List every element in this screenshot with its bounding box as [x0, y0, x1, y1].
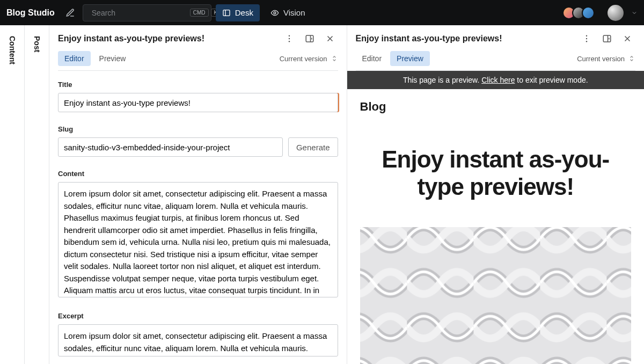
title-input[interactable] [58, 93, 338, 112]
svg-point-3 [288, 35, 289, 37]
split-icon [602, 34, 612, 43]
content-textarea[interactable] [58, 182, 338, 297]
title-label: Title [58, 81, 338, 89]
pane-title: Enjoy instant as-you-type previews! [356, 34, 575, 43]
split-pane-button[interactable] [302, 31, 318, 47]
split-icon [305, 34, 314, 43]
close-icon [623, 34, 632, 43]
preview-content: Blog Enjoy instant as-you-type previews! [347, 89, 645, 364]
chevron-sort-icon [331, 55, 338, 62]
more-menu-button[interactable] [579, 31, 595, 47]
generate-slug-button[interactable]: Generate [288, 137, 338, 157]
panel-icon [222, 9, 231, 17]
nav-desk[interactable]: Desk [216, 4, 260, 21]
search-box[interactable]: CMDK [83, 4, 211, 21]
top-bar: Blog Studio CMDK Desk Vision [0, 0, 644, 25]
nav-vision[interactable]: Vision [264, 4, 312, 21]
tab-editor[interactable]: Editor [58, 51, 91, 66]
chevron-sort-icon [628, 55, 635, 62]
preview-pane: Enjoy instant as-you-type previews! Edit… [347, 25, 645, 364]
svg-point-7 [586, 35, 587, 37]
side-tab-post[interactable]: Post [25, 25, 49, 364]
preview-mode-banner: This page is a preview. Click here to ex… [347, 71, 645, 89]
side-tab-content[interactable]: Content [0, 25, 25, 364]
eye-icon [270, 9, 279, 17]
brand-name: Blog Studio [6, 8, 55, 18]
close-pane-button[interactable] [619, 31, 635, 47]
tab-preview[interactable]: Preview [93, 51, 133, 66]
compose-icon [65, 8, 75, 18]
svg-point-8 [586, 38, 587, 39]
kebab-icon [284, 34, 294, 43]
compose-button[interactable] [62, 5, 78, 21]
excerpt-label: Excerpt [58, 312, 338, 320]
svg-rect-6 [306, 35, 313, 42]
slug-label: Slug [58, 125, 338, 133]
more-menu-button[interactable] [281, 31, 297, 47]
editor-pane: Enjoy instant as-you-type previews! Edit… [49, 25, 347, 364]
svg-rect-1 [223, 10, 230, 16]
preview-headline: Enjoy instant as-you-type previews! [376, 146, 616, 200]
svg-point-4 [288, 38, 289, 39]
tab-editor[interactable]: Editor [356, 51, 389, 66]
user-avatar[interactable] [606, 4, 625, 22]
chevron-down-icon[interactable] [631, 10, 638, 16]
avatar [582, 6, 595, 19]
split-pane-button[interactable] [599, 31, 615, 47]
editor-form: Title Slug Generate Content Excerpt [49, 71, 347, 364]
preview-blog-label: Blog [360, 100, 632, 114]
svg-rect-12 [360, 227, 632, 364]
exit-preview-link[interactable]: Click here [481, 76, 515, 84]
version-selector[interactable]: Current version [577, 55, 635, 63]
content-label: Content [58, 170, 338, 178]
excerpt-textarea[interactable] [58, 324, 338, 356]
main-area: Content Post Enjoy instant as-you-type p… [0, 25, 644, 364]
kebab-icon [582, 34, 591, 43]
pane-title: Enjoy instant as-you-type previews! [58, 34, 277, 43]
search-input[interactable] [92, 9, 186, 17]
presence-avatars[interactable] [566, 6, 595, 19]
close-pane-button[interactable] [322, 31, 338, 47]
svg-point-5 [288, 41, 289, 42]
version-selector[interactable]: Current version [280, 55, 338, 63]
svg-point-9 [586, 41, 587, 42]
svg-point-2 [274, 12, 276, 14]
close-icon [325, 34, 335, 43]
svg-rect-10 [603, 35, 611, 42]
preview-hero-image [360, 227, 632, 364]
slug-input[interactable] [58, 137, 283, 157]
tab-preview[interactable]: Preview [390, 51, 430, 66]
